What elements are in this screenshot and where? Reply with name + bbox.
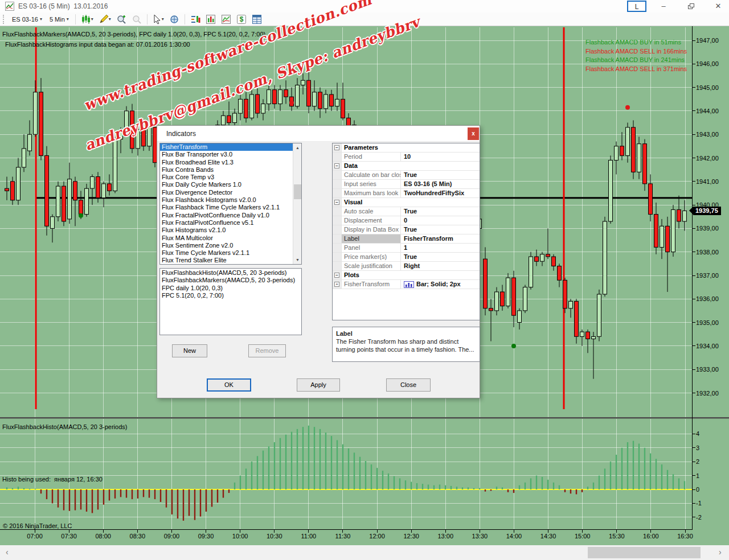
zoom-in-icon[interactable]	[114, 14, 128, 25]
collapse-icon[interactable]: −	[333, 143, 342, 152]
dialog-title: Indicators	[166, 130, 196, 138]
indicator-list-item[interactable]: Flux Broadhead Elite v1.3	[160, 159, 293, 166]
property-row[interactable]: Period10	[333, 153, 480, 162]
crosshair-icon[interactable]	[167, 14, 181, 25]
indicator-list-item[interactable]: Flux MA Multicolor	[160, 234, 293, 242]
scroll-left-icon[interactable]: ‹	[6, 547, 9, 557]
instrument-selector[interactable]: ES 03-16▾	[9, 15, 45, 24]
drawing-tools-icon[interactable]: ▾	[97, 14, 113, 25]
property-row[interactable]: Display in Data BoxTrue	[333, 225, 480, 234]
dialog-titlebar[interactable]: Indicators x	[157, 126, 480, 142]
close-button[interactable]: Close	[386, 378, 431, 392]
property-row[interactable]: Displacement0	[333, 216, 480, 225]
interval-selector[interactable]: 5 Min▾	[47, 15, 72, 24]
configured-indicator-item[interactable]: FluxFlashbackHisto(AMACD,5, 20 3-periods…	[160, 269, 301, 277]
cursor-icon[interactable]: ▾	[151, 14, 166, 25]
dialog-close-icon[interactable]: x	[468, 127, 479, 140]
configured-indicators-list[interactable]: FluxFlashbackHisto(AMACD,5, 20 3-periods…	[159, 268, 302, 335]
chart-window-icon	[5, 2, 14, 13]
dollar-icon[interactable]: $	[235, 14, 248, 25]
indicator-list-item[interactable]: Flux Bar Transporter v3.0	[160, 151, 293, 158]
indicator-list-item[interactable]: Flux Trend Stalker Elite	[160, 257, 293, 264]
apply-button[interactable]: Apply	[297, 378, 340, 392]
indicator-list-item[interactable]: FisherTransform	[160, 143, 293, 151]
property-row[interactable]: Auto scaleTrue	[333, 207, 480, 216]
time-axis-label: 14:00	[502, 533, 525, 540]
property-row[interactable]: Input seriesES 03-16 (5 Min)	[333, 180, 480, 189]
indicator-list-item[interactable]: Flux Sentiment Zone v2.0	[160, 242, 293, 249]
property-grid[interactable]: −ParametersPeriod10−DataCalculate on bar…	[332, 143, 480, 320]
instrument-label: ES 03-16	[12, 16, 38, 23]
indicator-list-item[interactable]: Flux Flashback Histograms v2.0.0	[160, 196, 293, 204]
zoom-out-icon[interactable]	[130, 14, 144, 25]
property-row[interactable]: Maximum bars look backTwoHundredFiftySix	[333, 189, 480, 198]
price-axis-label: 1938,00	[696, 249, 719, 256]
collapse-icon[interactable]: −	[333, 162, 342, 170]
indicator-list-item[interactable]: Flux Time Cycle Markers v2.1.1	[160, 249, 293, 257]
indicator-list-item[interactable]: Flux Histograms v2.1.0	[160, 227, 293, 234]
restore-icon[interactable]	[682, 1, 699, 12]
price-axis-label: 1944,00	[696, 108, 719, 114]
configured-indicator-item[interactable]: FPC daily 1.0(20, 0,3)	[160, 285, 301, 292]
property-row[interactable]: Calculate on bar closeTrue	[333, 171, 480, 180]
remove-button[interactable]: Remove	[248, 344, 286, 357]
property-group[interactable]: −Plots	[333, 271, 480, 280]
ok-button[interactable]: OK	[207, 378, 251, 392]
collapse-icon[interactable]: −	[333, 271, 342, 279]
chevron-down-icon: ▾	[162, 17, 164, 22]
property-row[interactable]: Price marker(s)True	[333, 253, 480, 262]
signal-forecast-label: Flashback AMACD SELL in 371mins	[585, 65, 687, 72]
minimize-icon[interactable]: –	[655, 1, 672, 12]
scroll-right-icon[interactable]: ›	[719, 547, 722, 557]
chart-analyzer-icon[interactable]	[204, 14, 218, 25]
data-grid-icon[interactable]	[250, 14, 264, 25]
time-axis-label: 13:30	[468, 533, 491, 540]
indicator-list-item[interactable]: Flux Core Temp v3	[160, 174, 293, 181]
candlestick-style-icon[interactable]: ▾	[79, 14, 95, 25]
property-group[interactable]: −Parameters	[333, 143, 480, 153]
histogram-axis-label: 0	[696, 486, 699, 493]
indicator-list-item[interactable]: Flux FractalPivotConfluence Daily v1.0	[160, 212, 293, 219]
price-axis-label: 1946,00	[696, 60, 719, 67]
indicator-list-item[interactable]: Flux Contra Bands	[160, 166, 293, 174]
link-button[interactable]: L	[627, 1, 646, 12]
horizontal-scrollbar[interactable]: ‹ ›	[0, 545, 729, 560]
time-axis-label: 16:30	[674, 533, 697, 540]
time-axis-label: 10:30	[263, 533, 286, 540]
indicator-list-item[interactable]: Flux Daily Cycle Markers 1.0	[160, 181, 293, 188]
property-row[interactable]: Panel1	[333, 244, 480, 253]
time-axis-label: 12:00	[366, 533, 388, 540]
chart-toolbar: ES 03-16▾ 5 Min▾ ▾ ▾ ▾ $	[0, 13, 729, 26]
indicator-list-item[interactable]: Flux Divergence Detector	[160, 189, 293, 196]
histogram-panel-label: FluxFlashbackHisto(AMACD,5, 20 3-periods…	[2, 423, 127, 430]
indicator-list-item[interactable]: Flux Flashback Time Cycle Markers v2.1.1	[160, 204, 293, 211]
line-chart-icon[interactable]	[219, 14, 233, 25]
property-group[interactable]: −Visual	[333, 198, 480, 207]
sell-marker-dot	[289, 100, 294, 105]
configured-indicator-item[interactable]: FPC 5.1(20, 0,2, 7:00)	[160, 292, 301, 299]
scrollbar-thumb[interactable]	[294, 184, 301, 199]
time-axis-label: 09:30	[195, 533, 218, 540]
property-row[interactable]: Scale justificationRight	[333, 262, 480, 271]
new-button[interactable]: New	[172, 344, 207, 357]
configured-indicator-item[interactable]: FluxFlashbackMarkers(AMACD,5, 20 3-perio…	[160, 277, 301, 284]
expand-icon[interactable]: +	[334, 282, 339, 287]
property-row[interactable]: LabelFisherTransform	[333, 234, 480, 244]
collapse-icon[interactable]: −	[333, 198, 342, 207]
scrollbar-thumb[interactable]	[588, 547, 701, 558]
toolbar-grip[interactable]	[3, 15, 6, 24]
available-indicators-list[interactable]: FisherTransformFlux Bar Transporter v3.0…	[159, 143, 302, 265]
svg-text:$: $	[240, 15, 244, 23]
toolbar-separator	[185, 14, 185, 24]
time-axis-label: 15:00	[571, 533, 594, 540]
scroll-down-icon[interactable]: ▼	[293, 256, 302, 264]
indicators-icon[interactable]	[189, 14, 202, 25]
indicator-list-item[interactable]: Flux FractalPivotConfluence v5.1	[160, 219, 293, 227]
list-scrollbar[interactable]: ▲ ▼	[293, 143, 301, 264]
property-group[interactable]: −Data	[333, 162, 480, 171]
property-row[interactable]: +FisherTransformBar; Solid; 2px	[333, 280, 480, 289]
time-axis-label: 08:00	[92, 533, 114, 540]
close-icon[interactable]: ✕	[710, 1, 727, 12]
indicator-overlay-label-2: FluxFlashbackHistograms input data began…	[5, 41, 190, 48]
scroll-up-icon[interactable]: ▲	[293, 143, 302, 152]
